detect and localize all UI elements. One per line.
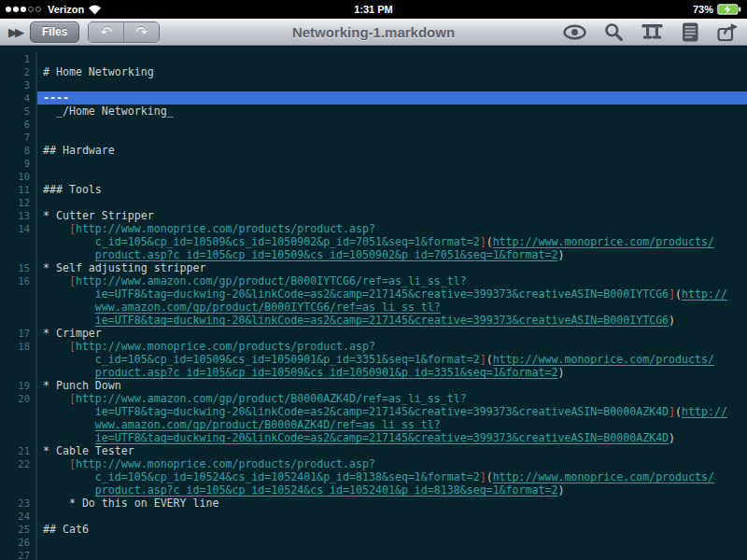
code-line[interactable]: [http://www.monoprice.com/products/produ… bbox=[35, 222, 747, 235]
code-line[interactable]: c_id=105&cp_id=10509&cs_id=1050901&p_id=… bbox=[35, 353, 747, 366]
code-row[interactable]: 8## Hardware bbox=[0, 144, 747, 157]
code-row[interactable]: 27 bbox=[0, 549, 747, 560]
code-row[interactable]: product.asp?c_id=105&cp_id=10509&cs_id=1… bbox=[0, 366, 747, 379]
code-row[interactable]: 18 [http://www.monoprice.com/products/pr… bbox=[0, 340, 747, 353]
code-row[interactable]: 2# Home Networking bbox=[0, 65, 747, 78]
search-icon[interactable] bbox=[604, 22, 623, 41]
code-line[interactable] bbox=[35, 157, 747, 170]
document-icon[interactable] bbox=[682, 22, 699, 42]
files-button[interactable]: Files bbox=[30, 21, 79, 43]
code-row[interactable]: 22 [http://www.monoprice.com/products/pr… bbox=[0, 457, 747, 470]
code-line[interactable]: * Cutter Stripper bbox=[35, 209, 747, 222]
code-line[interactable]: www.amazon.com/gp/product/B0000AZK4D/ref… bbox=[35, 418, 747, 431]
fast-forward-icon[interactable]: ▶▶ bbox=[8, 25, 21, 39]
code-line[interactable] bbox=[35, 78, 747, 91]
line-number: 27 bbox=[0, 549, 35, 560]
code-line[interactable]: ie=UTF8&tag=duckwing-20&linkCode=as2&cam… bbox=[35, 405, 747, 418]
code-line[interactable]: # Home Networking bbox=[35, 65, 747, 78]
signal-strength-icon bbox=[6, 7, 41, 12]
code-row[interactable]: 19* Punch Down bbox=[0, 379, 747, 392]
code-editor[interactable]: 12# Home Networking34----5 _/Home Networ… bbox=[0, 46, 747, 560]
code-row[interactable]: 20 [http://www.amazon.com/gp/product/B00… bbox=[0, 392, 747, 405]
code-line[interactable]: c_id=105&cp_id=10524&cs_id=1052401&p_id=… bbox=[35, 470, 747, 483]
code-row[interactable]: 7 bbox=[0, 131, 747, 144]
line-number: 24 bbox=[0, 510, 35, 523]
code-line[interactable] bbox=[35, 118, 747, 131]
code-line[interactable]: * Crimper bbox=[35, 327, 747, 340]
code-line[interactable]: ie=UTF8&tag=duckwing-20&linkCode=as2&cam… bbox=[35, 287, 747, 301]
code-line[interactable]: * Do this on EVERY line bbox=[35, 497, 747, 510]
code-line[interactable]: product.asp?c_id=105&cp_id=10509&cs_id=1… bbox=[35, 248, 747, 261]
code-row[interactable]: 14 [http://www.monoprice.com/products/pr… bbox=[0, 222, 747, 235]
code-line[interactable] bbox=[35, 549, 747, 560]
code-row[interactable]: product.asp?c_id=105&cp_id=10524&cs_id=1… bbox=[0, 483, 747, 497]
code-row[interactable]: 24 bbox=[0, 510, 747, 523]
code-line[interactable]: [http://www.amazon.com/gp/product/B0000A… bbox=[35, 392, 747, 405]
code-row[interactable]: ie=UTF8&tag=duckwing-20&linkCode=as2&cam… bbox=[0, 287, 747, 301]
code-row[interactable]: product.asp?c_id=105&cp_id=10509&cs_id=1… bbox=[0, 248, 747, 261]
code-row[interactable]: 12 bbox=[0, 196, 747, 209]
code-row[interactable]: 10 bbox=[0, 170, 747, 183]
code-line[interactable]: * Punch Down bbox=[35, 379, 747, 392]
line-number bbox=[0, 353, 35, 366]
code-row[interactable]: www.amazon.com/gp/product/B0000AZK4D/ref… bbox=[0, 418, 747, 431]
code-row[interactable]: ie=UTF8&tag=duckwing-20&linkCode=as2&cam… bbox=[0, 431, 747, 444]
code-row[interactable]: 13* Cutter Stripper bbox=[0, 209, 747, 222]
code-line[interactable]: ---- bbox=[35, 91, 747, 105]
code-row[interactable]: 3 bbox=[0, 78, 747, 91]
code-row[interactable]: 21* Cable Tester bbox=[0, 444, 747, 457]
code-line[interactable]: * Self adjusting stripper bbox=[35, 261, 747, 274]
code-row[interactable]: 15* Self adjusting stripper bbox=[0, 261, 747, 274]
code-line[interactable]: product.asp?c_id=105&cp_id=10509&cs_id=1… bbox=[35, 366, 747, 379]
line-number bbox=[0, 483, 35, 497]
code-row[interactable]: 17* Crimper bbox=[0, 327, 747, 340]
line-number: 2 bbox=[0, 65, 35, 78]
code-line[interactable] bbox=[35, 131, 747, 144]
code-row[interactable]: 4---- bbox=[0, 91, 747, 105]
code-row[interactable]: 11### Tools bbox=[0, 183, 747, 196]
code-line[interactable]: c_id=105&cp_id=10509&cs_id=1050902&p_id=… bbox=[35, 235, 747, 248]
code-line[interactable]: ie=UTF8&tag=duckwing-20&linkCode=as2&cam… bbox=[35, 431, 747, 444]
code-row[interactable]: ie=UTF8&tag=duckwing-20&linkCode=as2&cam… bbox=[0, 314, 747, 327]
code-line[interactable]: * Cable Tester bbox=[35, 444, 747, 457]
symbols-icon[interactable] bbox=[641, 23, 664, 40]
code-row[interactable]: 25## Cat6 bbox=[0, 523, 747, 536]
line-number bbox=[0, 366, 35, 379]
code-row[interactable]: 26 bbox=[0, 536, 747, 549]
code-row[interactable]: 9 bbox=[0, 157, 747, 170]
code-row[interactable]: c_id=105&cp_id=10509&cs_id=1050901&p_id=… bbox=[0, 353, 747, 366]
battery-icon bbox=[717, 4, 741, 15]
code-line[interactable]: [http://www.amazon.com/gp/product/B000IY… bbox=[35, 274, 747, 287]
line-number: 4 bbox=[0, 91, 35, 105]
code-line[interactable] bbox=[35, 510, 747, 523]
code-row[interactable]: 5 _/Home Networking_ bbox=[0, 105, 747, 118]
code-line[interactable] bbox=[35, 170, 747, 183]
code-line[interactable] bbox=[35, 52, 747, 65]
code-line[interactable] bbox=[35, 196, 747, 209]
redo-button[interactable]: ↷ bbox=[124, 22, 159, 42]
code-line[interactable]: _/Home Networking_ bbox=[35, 105, 747, 118]
undo-button[interactable]: ↶ bbox=[89, 22, 124, 42]
code-row[interactable]: 6 bbox=[0, 118, 747, 131]
code-line[interactable]: ## Hardware bbox=[35, 144, 747, 157]
code-line[interactable]: ie=UTF8&tag=duckwing-20&linkCode=as2&cam… bbox=[35, 314, 747, 327]
code-line[interactable]: [http://www.monoprice.com/products/produ… bbox=[35, 340, 747, 353]
code-line[interactable]: ## Cat6 bbox=[35, 523, 747, 536]
line-number bbox=[0, 418, 35, 431]
code-row[interactable]: 16 [http://www.amazon.com/gp/product/B00… bbox=[0, 274, 747, 287]
clock-label: 1:31 PM bbox=[0, 4, 747, 15]
code-line[interactable]: ### Tools bbox=[35, 183, 747, 196]
code-row[interactable]: 1 bbox=[0, 52, 747, 65]
code-line[interactable]: [http://www.monoprice.com/products/produ… bbox=[35, 457, 747, 470]
code-row[interactable]: ie=UTF8&tag=duckwing-20&linkCode=as2&cam… bbox=[0, 405, 747, 418]
code-line[interactable]: www.amazon.com/gp/product/B000IYTCG6/ref… bbox=[35, 301, 747, 314]
share-icon[interactable] bbox=[717, 22, 739, 42]
code-line[interactable] bbox=[35, 536, 747, 549]
code-row[interactable]: c_id=105&cp_id=10509&cs_id=1050902&p_id=… bbox=[0, 235, 747, 248]
code-line[interactable]: product.asp?c_id=105&cp_id=10524&cs_id=1… bbox=[35, 483, 747, 497]
preview-eye-icon[interactable] bbox=[563, 24, 586, 40]
code-row[interactable]: 23 * Do this on EVERY line bbox=[0, 497, 747, 510]
code-row[interactable]: c_id=105&cp_id=10524&cs_id=1052401&p_id=… bbox=[0, 470, 747, 483]
line-number: 14 bbox=[0, 222, 35, 235]
code-row[interactable]: www.amazon.com/gp/product/B000IYTCG6/ref… bbox=[0, 301, 747, 314]
